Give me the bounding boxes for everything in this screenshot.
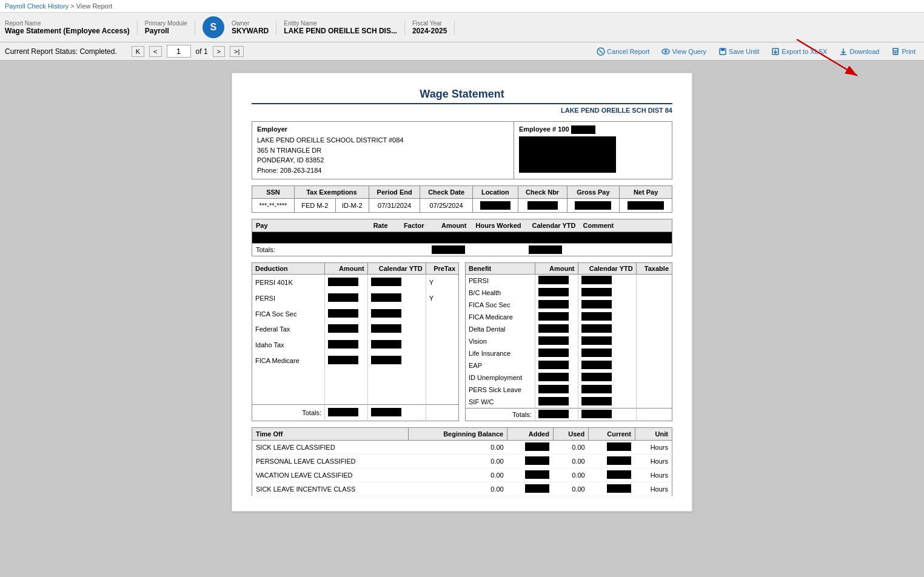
breadcrumb: Payroll Check History > View Report xyxy=(0,0,924,13)
ben-totals-ytd xyxy=(578,409,636,421)
list-item: SICK LEAVE INCENTIVE CLASS 0.00 0.00 Hou… xyxy=(252,482,672,496)
report-name-label: Report Name xyxy=(5,20,130,27)
ded-name: PERSI 401K xyxy=(252,275,325,290)
print-button[interactable]: Print xyxy=(888,45,919,58)
employer-box: Employer LAKE PEND OREILLE SCHOOL DISTRI… xyxy=(252,122,514,179)
current-col-header: Current xyxy=(589,428,635,441)
download-icon xyxy=(839,47,848,56)
pay-totals-rate xyxy=(392,244,428,256)
entity-name-value: LAKE PEND OREILLE SCH DIS... xyxy=(284,27,397,35)
ded-amount xyxy=(325,337,368,353)
ded-pretax xyxy=(426,337,458,353)
ded-totals-amount xyxy=(325,405,368,421)
download-button[interactable]: Download xyxy=(835,45,883,58)
status-bar: Current Report Status: Completed. K < of… xyxy=(0,42,924,61)
ded-name: Federal Tax xyxy=(252,321,325,337)
timeoff-unit: Hours xyxy=(635,441,672,455)
report-subtitle: LAKE PEND OREILLE SCH DIST 84 xyxy=(252,107,672,114)
fiscal-year-label: Fiscal Year xyxy=(412,20,447,27)
last-page-button[interactable]: >| xyxy=(230,46,244,57)
list-item: FICA Medicare xyxy=(466,311,672,323)
net-pay-value xyxy=(620,199,672,213)
employee-box: Employee # 100 xyxy=(514,122,672,179)
list-item: PERS Sick Leave xyxy=(466,384,672,396)
deduction-benefit-section: Deduction Amount Calendar YTD PreTax PER… xyxy=(252,262,672,421)
location-col-header: Location xyxy=(472,186,518,199)
list-item: FICA Soc Sec xyxy=(466,299,672,311)
page-number-input[interactable] xyxy=(167,45,191,58)
pay-totals-amount xyxy=(428,244,470,256)
timeoff-name: PERSONAL LEAVE CLASSIFIED xyxy=(252,455,409,469)
cancel-report-button[interactable]: Cancel Report xyxy=(593,45,653,58)
employer-employee-section: Employer LAKE PEND OREILLE SCHOOL DISTRI… xyxy=(252,121,672,179)
ben-totals-label: Totals: xyxy=(466,409,535,421)
deduction-ytd-col-header: Calendar YTD xyxy=(367,263,426,275)
svg-rect-7 xyxy=(721,48,725,51)
ded-pretax: Y xyxy=(426,290,458,306)
first-page-button[interactable]: K xyxy=(132,46,144,57)
timeoff-added xyxy=(507,482,554,496)
employer-line3: PONDERAY, ID 83852 xyxy=(257,155,509,165)
factor-col-header: Factor xyxy=(392,219,428,232)
page-total: of 1 xyxy=(196,47,208,56)
list-item: PERSONAL LEAVE CLASSIFIED 0.00 0.00 Hour… xyxy=(252,455,672,469)
calendar-ytd-col-header: Calendar YTD xyxy=(525,219,580,232)
period-end-col-header: Period End xyxy=(369,186,420,199)
cancel-icon xyxy=(597,47,605,56)
timeoff-col-header: Time Off xyxy=(252,428,409,441)
ded-ytd xyxy=(367,290,426,306)
breadcrumb-parent[interactable]: Payroll Check History xyxy=(5,2,69,10)
rate-col-header: Rate xyxy=(349,219,392,232)
owner-label: Owner xyxy=(232,20,269,27)
ded-pretax xyxy=(426,321,458,337)
ded-amount xyxy=(325,306,368,322)
pay-totals-comment xyxy=(580,244,672,256)
fed-tax-value: FED M-2 xyxy=(294,199,335,213)
gross-pay-value xyxy=(567,199,620,213)
list-item: Idaho Tax xyxy=(252,337,459,353)
pay-table: Pay Rate Factor Amount Hours Worked Cale… xyxy=(252,219,672,256)
svg-rect-13 xyxy=(894,52,897,53)
save-until-button[interactable]: Save Until xyxy=(715,45,763,58)
period-end-value: 07/31/2024 xyxy=(369,199,420,213)
benefit-taxable-col-header: Taxable xyxy=(636,263,672,275)
list-item: PERSI 401K Y xyxy=(252,275,459,290)
skyward-logo: S xyxy=(203,16,224,38)
save-icon xyxy=(718,47,727,56)
list-item: PERSI xyxy=(466,275,672,287)
used-col-header: Used xyxy=(553,428,588,441)
ded-amount xyxy=(325,321,368,337)
next-page-button[interactable]: > xyxy=(213,46,225,57)
timeoff-current xyxy=(589,455,635,469)
list-item: PERSI Y xyxy=(252,290,459,306)
pay-totals-ytd xyxy=(525,244,580,256)
export-xlsx-button[interactable]: Export to XLSX xyxy=(768,45,831,58)
deduction-col-header: Deduction xyxy=(252,263,325,275)
timeoff-used: 0.00 xyxy=(553,482,588,496)
timeoff-used: 0.00 xyxy=(553,455,588,469)
ssn-tax-row: ***-**-**** FED M-2 ID-M-2 07/31/2024 07… xyxy=(252,199,672,213)
pay-col-header: Pay xyxy=(252,219,349,232)
list-item: Federal Tax xyxy=(252,321,459,337)
employer-header: Employer xyxy=(257,125,509,133)
list-item: Vision xyxy=(466,335,672,347)
report-name-value: Wage Statement (Employee Access) xyxy=(5,27,130,35)
list-item xyxy=(252,369,459,405)
timeoff-used: 0.00 xyxy=(553,441,588,455)
amount-col-header: Amount xyxy=(428,219,470,232)
main-content: Wage Statement LAKE PEND OREILLE SCH DIS… xyxy=(0,61,924,550)
ben-totals-amount xyxy=(535,409,578,421)
report-title: Wage Statement xyxy=(252,88,672,104)
timeoff-current xyxy=(589,469,635,482)
ded-totals-label: Totals: xyxy=(252,405,325,421)
timeoff-name: SICK LEAVE CLASSIFIED xyxy=(252,441,409,455)
status-text: Current Report Status: Completed. xyxy=(5,47,117,56)
prev-page-button[interactable]: < xyxy=(149,46,161,57)
added-col-header: Added xyxy=(507,428,554,441)
report-name-field: Report Name Wage Statement (Employee Acc… xyxy=(5,20,138,35)
primary-module-label: Primary Module xyxy=(145,20,187,27)
ded-ytd xyxy=(367,275,426,290)
view-query-button[interactable]: View Query xyxy=(658,45,710,58)
deduction-amount-col-header: Amount xyxy=(325,263,368,275)
check-date-value: 07/25/2024 xyxy=(420,199,473,213)
